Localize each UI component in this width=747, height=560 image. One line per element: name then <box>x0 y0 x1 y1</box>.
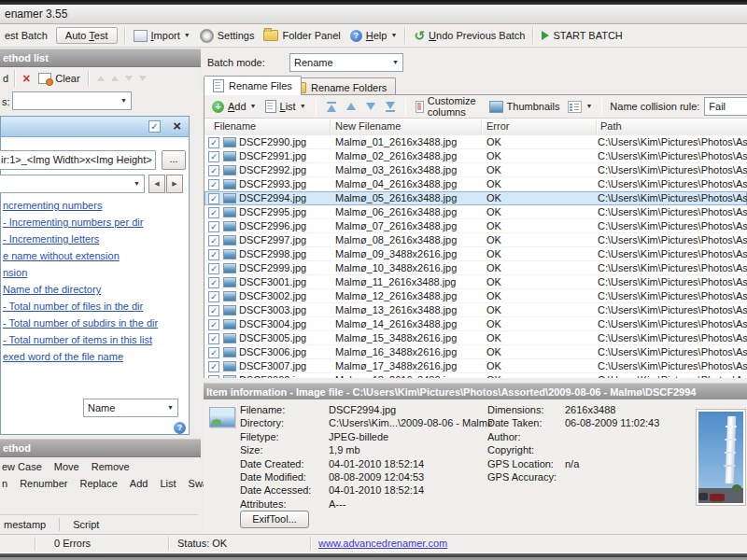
add-files-button[interactable]: + Add ▼ <box>210 96 259 117</box>
website-link[interactable]: www.advancedrenamer.com <box>318 538 447 549</box>
settings-button[interactable]: Settings <box>195 25 260 46</box>
move-to-top-button[interactable] <box>324 102 339 112</box>
col-filename[interactable]: Filename <box>214 120 256 132</box>
col-path[interactable]: Path <box>600 120 622 132</box>
delete-method-button[interactable]: × <box>19 68 34 89</box>
tag-link[interactable]: - Total number of files in the dir <box>3 298 188 315</box>
row-checkbox[interactable]: ✓ <box>208 277 219 288</box>
table-row[interactable]: ✓DSCF3003.jpgMalmø_13_2616x3488.jpgOKC:\… <box>204 303 747 317</box>
table-row[interactable]: ✓DSCF2990.jpgMalmø_01_2616x3488.jpgOKC:\… <box>204 135 747 149</box>
row-checkbox[interactable]: ✓ <box>208 179 219 190</box>
next-page-button[interactable]: ▶ <box>166 175 183 193</box>
list-menu-button[interactable]: List ▼ <box>263 96 308 117</box>
pattern-input[interactable]: ir:1>_<Img Width>x<Img Height> <box>0 150 156 170</box>
row-checkbox[interactable]: ✓ <box>208 361 219 372</box>
row-checkbox[interactable]: ✓ <box>208 319 219 330</box>
method-enabled-checkbox[interactable]: ✓ <box>148 120 161 133</box>
method-link[interactable]: Add <box>130 478 148 489</box>
table-row[interactable]: ✓DSCF3006.jpgMalmø_16_3488x2616.jpgOKC:\… <box>204 345 747 359</box>
table-row[interactable]: ✓DSCF3002.jpgMalmø_12_2616x3488.jpgOKC:\… <box>204 289 747 303</box>
method-help-icon[interactable]: ? <box>174 422 186 434</box>
close-icon[interactable]: × <box>173 118 181 133</box>
batch-mode-dropdown[interactable]: Rename ▼ <box>289 53 403 72</box>
view-details-button[interactable]: ▼ <box>566 96 594 117</box>
prev-page-button[interactable]: ◀ <box>148 175 165 193</box>
row-checkbox[interactable]: ✓ <box>208 235 219 246</box>
move-to-bottom-button[interactable] <box>383 102 398 112</box>
tag-link[interactable]: - Total number of subdirs in the dir <box>3 315 188 331</box>
table-row[interactable]: ✓DSCF2993.jpgMalmø_04_2616x3488.jpgOKC:\… <box>204 177 747 191</box>
col-error[interactable]: Error <box>486 120 509 132</box>
row-checkbox[interactable]: ✓ <box>208 151 219 162</box>
table-row[interactable]: ✓DSCF2994.jpgMalmø_05_2616x3488.jpgOKC:\… <box>204 191 747 205</box>
test-batch-button[interactable]: est Batch <box>0 25 52 46</box>
tag-link[interactable]: e name without extension <box>3 247 188 264</box>
table-row[interactable]: ✓DSCF3001.jpgMalmø_11_2616x3488.jpgOKC:\… <box>204 275 747 289</box>
exiftool-button[interactable]: ExifTool... <box>240 511 309 528</box>
row-checkbox[interactable]: ✓ <box>208 221 219 232</box>
table-row[interactable]: ✓DSCF2992.jpgMalmø_03_2616x3488.jpgOKC:\… <box>204 163 747 177</box>
row-checkbox[interactable]: ✓ <box>208 333 219 344</box>
tab-timestamp[interactable]: mestamp <box>0 519 49 530</box>
auto-test-button[interactable]: Auto Test <box>56 27 118 44</box>
help-button[interactable]: ? Help ▼ <box>345 25 402 46</box>
file-rows: ✓DSCF2990.jpgMalmø_01_2616x3488.jpgOKC:\… <box>204 135 747 378</box>
tab-script[interactable]: Script <box>69 519 103 530</box>
move-up-button[interactable] <box>344 103 359 110</box>
method-link[interactable]: Replace <box>79 478 117 489</box>
clear-methods-button[interactable]: Clear <box>34 68 84 89</box>
method-panel-titlebar[interactable]: ✓ × <box>1 117 189 137</box>
table-row[interactable]: ✓DSCF2991.jpgMalmø_02_2616x3488.jpgOKC:\… <box>204 149 747 163</box>
add-method-button-partial[interactable]: d <box>0 68 11 89</box>
method-link[interactable]: Move <box>54 461 79 472</box>
table-row[interactable]: ✓DSCF3004.jpgMalmø_14_2616x3488.jpgOKC:\… <box>204 317 747 331</box>
apply-to-dropdown[interactable]: Name ▼ <box>83 399 178 417</box>
row-checkbox[interactable]: ✓ <box>208 291 219 302</box>
tag-link[interactable]: nsion <box>3 264 188 281</box>
row-checkbox[interactable]: ✓ <box>208 207 219 218</box>
table-row[interactable]: ✓DSCF2998.jpgMalmø_09_3488x2616.jpgOKC:\… <box>204 247 747 261</box>
row-checkbox[interactable]: ✓ <box>208 347 219 358</box>
undo-previous-batch-button[interactable]: ↺ Undo Previous Batch <box>409 25 529 46</box>
method-link[interactable]: Remove <box>92 461 130 472</box>
row-checkbox[interactable]: ✓ <box>208 263 219 274</box>
tag-link[interactable]: - Incrementing letters <box>3 231 188 247</box>
row-checkbox[interactable]: ✓ <box>208 305 219 316</box>
method-link[interactable]: n <box>2 478 7 489</box>
table-row[interactable]: ✓DSCF2996.jpgMalmø_07_2616x3488.jpgOKC:\… <box>204 219 747 233</box>
folder-panel-button[interactable]: Folder Panel <box>259 25 345 46</box>
tag-category-dropdown[interactable]: ▼ <box>0 175 145 193</box>
tag-link[interactable]: Name of the directory <box>3 281 188 298</box>
table-row[interactable]: ✓DSCF2997.jpgMalmø_08_2616x3488.jpgOKC:\… <box>204 233 747 247</box>
table-header[interactable]: Filename New Filename Error Path <box>204 119 747 136</box>
row-checkbox[interactable]: ✓ <box>208 249 219 260</box>
table-row[interactable]: ✓DSCF2995.jpgMalmø_06_2616x3488.jpgOKC:\… <box>204 205 747 219</box>
browse-button[interactable]: ... <box>162 150 186 170</box>
tag-link[interactable]: - Total number of items in this list <box>3 331 188 348</box>
col-new-filename[interactable]: New Filename <box>335 120 401 132</box>
method-link[interactable]: Renumber <box>20 478 67 489</box>
table-row[interactable]: ✓DSCF3008.jpgMalmø_18_2616x3488.jpgOKC:\… <box>204 373 747 378</box>
title-bar[interactable]: enamer 3.55 <box>0 5 747 24</box>
row-checkbox[interactable]: ✓ <box>208 375 219 378</box>
row-checkbox[interactable]: ✓ <box>208 137 219 148</box>
thumbnails-button[interactable]: Thumbnails <box>487 96 562 117</box>
table-row[interactable]: ✓DSCF3005.jpgMalmø_15_3488x2616.jpgOKC:\… <box>204 331 747 345</box>
method-link[interactable]: ew Case <box>2 461 42 472</box>
table-row[interactable]: ✓DSCF3007.jpgMalmø_17_3488x2616.jpgOKC:\… <box>204 359 747 373</box>
import-button[interactable]: Import ▼ <box>129 25 195 46</box>
presets-dropdown[interactable]: ▼ <box>12 91 132 110</box>
tag-link[interactable]: - Incrementing numbers per dir <box>3 214 188 231</box>
collision-rule-dropdown[interactable]: Fail ▼ <box>704 97 747 116</box>
tag-link[interactable]: exed word of the file name <box>3 348 188 365</box>
method-reorder-buttons[interactable] <box>92 68 151 89</box>
method-link[interactable]: List <box>160 478 176 489</box>
tab-rename-files[interactable]: Rename Files <box>204 76 302 95</box>
move-down-button[interactable] <box>363 103 378 110</box>
start-batch-button[interactable]: START BATCH <box>537 25 627 46</box>
row-checkbox[interactable]: ✓ <box>208 193 219 204</box>
row-checkbox[interactable]: ✓ <box>208 165 219 176</box>
customize-columns-button[interactable]: Customize columns <box>414 96 483 117</box>
table-row[interactable]: ✓DSCF2999.jpgMalmø_10_3488x2616.jpgOKC:\… <box>204 261 747 275</box>
tag-link[interactable]: ncrementing numbers <box>3 197 188 214</box>
